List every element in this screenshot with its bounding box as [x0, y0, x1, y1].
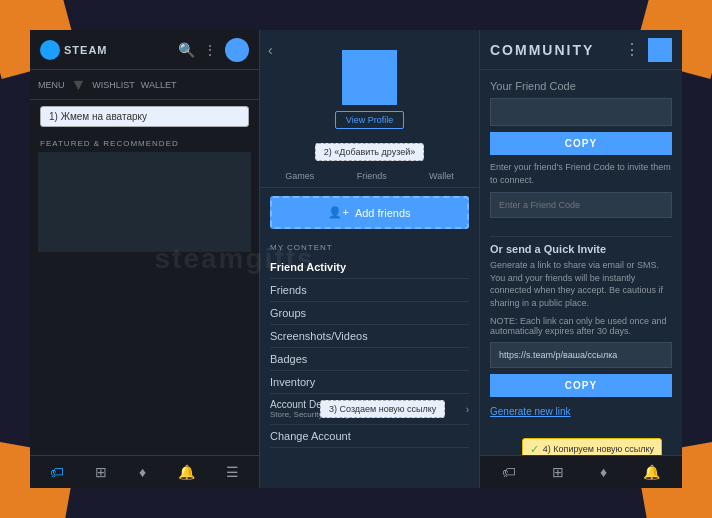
bell-icon[interactable]: 🔔: [178, 464, 195, 480]
copy-code-button[interactable]: COPY: [490, 132, 672, 155]
menu-item-friends[interactable]: Friends: [270, 279, 469, 302]
community-header: COMMUNITY ⋮: [480, 30, 682, 70]
step2-annotation: 2) «Добавить друзей»: [315, 143, 425, 161]
comm-bell-icon[interactable]: 🔔: [643, 464, 660, 480]
view-profile-button[interactable]: View Profile: [335, 111, 404, 129]
link-area: [490, 342, 672, 368]
avatar[interactable]: [225, 38, 249, 62]
copy-link-button[interactable]: COPY: [490, 374, 672, 397]
steam-header: STEAM 🔍 ⋮: [30, 30, 259, 70]
tag-icon[interactable]: 🏷: [50, 464, 64, 480]
left-bottom-nav: 🏷 ⊞ ♦ 🔔 ☰: [30, 455, 259, 488]
tab-wallet[interactable]: Wallet: [429, 171, 454, 181]
friend-code-input[interactable]: [490, 98, 672, 126]
header-icons: 🔍 ⋮: [178, 38, 249, 62]
right-panel: COMMUNITY ⋮ Your Friend Code COPY Enter …: [480, 30, 682, 488]
menu-item-inventory[interactable]: Inventory: [270, 371, 469, 394]
comm-gem-icon[interactable]: ♦: [600, 464, 607, 480]
community-title: COMMUNITY: [490, 42, 594, 58]
grid-icon[interactable]: ⊞: [95, 464, 107, 480]
nav-bar: MENU ▼ WISHLIST WALLET: [30, 70, 259, 100]
menu-dots-icon[interactable]: ⋮: [203, 42, 217, 58]
left-panel: STEAM 🔍 ⋮ MENU ▼ WISHLIST WALLET 1) Жмем…: [30, 30, 260, 488]
menu-item-screenshots[interactable]: Screenshots/Videos: [270, 325, 469, 348]
steam-icon: [40, 40, 60, 60]
menu-icon[interactable]: ☰: [226, 464, 239, 480]
steam-logo: STEAM: [40, 40, 108, 60]
quick-invite-title: Or send a Quick Invite: [490, 243, 672, 255]
gem-icon[interactable]: ♦: [139, 464, 146, 480]
divider: [490, 236, 672, 237]
nav-menu[interactable]: MENU: [38, 80, 65, 90]
menu-item-change-account[interactable]: Change Account: [270, 425, 469, 448]
step4-text: 4) Копируем новую ссылку: [543, 444, 654, 454]
tab-games[interactable]: Games: [285, 171, 314, 181]
community-menu-icon[interactable]: ⋮: [624, 40, 640, 59]
nav-divider: ▼: [71, 76, 87, 94]
link-url-input[interactable]: [490, 342, 672, 368]
profile-section: View Profile: [260, 30, 479, 139]
main-container: STEAM 🔍 ⋮ MENU ▼ WISHLIST WALLET 1) Жмем…: [30, 30, 682, 488]
community-content: Your Friend Code COPY Enter your friend'…: [480, 70, 682, 455]
middle-panel: ‹ View Profile 2) «Добавить друзей» Game…: [260, 30, 480, 488]
friend-code-label: Your Friend Code: [490, 80, 672, 92]
profile-avatar: [342, 50, 397, 105]
step4-annotation: ✓ 4) Копируем новую ссылку: [522, 438, 662, 455]
comm-grid-icon[interactable]: ⊞: [552, 464, 564, 480]
menu-item-groups[interactable]: Groups: [270, 302, 469, 325]
my-content-section: MY CONTENT Friend Activity Friends Group…: [260, 237, 479, 454]
invite-description: Enter your friend's Friend Code to invit…: [490, 161, 672, 186]
generate-link-button[interactable]: Generate new link: [490, 406, 571, 417]
add-friends-button[interactable]: 👤+ Add friends: [270, 196, 469, 229]
nav-wallet[interactable]: WALLET: [141, 80, 177, 90]
quick-invite-description: Generate a link to share via email or SM…: [490, 259, 672, 309]
featured-content: [38, 152, 251, 252]
community-avatar: [648, 38, 672, 62]
step1-annotation: 1) Жмем на аватарку: [40, 106, 249, 127]
comm-tag-icon[interactable]: 🏷: [502, 464, 516, 480]
menu-item-badges[interactable]: Badges: [270, 348, 469, 371]
steam-text: STEAM: [64, 44, 108, 56]
nav-wishlist[interactable]: WISHLIST: [92, 80, 135, 90]
add-friends-label: Add friends: [355, 207, 411, 219]
note-text: NOTE: Each link can only be used once an…: [490, 316, 672, 336]
menu-item-friend-activity[interactable]: Friend Activity: [270, 256, 469, 279]
friend-code-section: Your Friend Code COPY Enter your friend'…: [490, 80, 672, 226]
search-icon[interactable]: 🔍: [178, 42, 195, 58]
arrow-right-icon: ›: [466, 404, 469, 415]
check-icon: ✓: [530, 443, 539, 455]
step3-annotation: 3) Создаем новую ссылку: [320, 400, 445, 418]
add-friend-icon: 👤+: [328, 206, 348, 219]
tab-friends[interactable]: Friends: [357, 171, 387, 181]
enter-friend-code-input[interactable]: [490, 192, 672, 218]
back-arrow-icon[interactable]: ‹: [268, 42, 273, 58]
quick-invite-section: Or send a Quick Invite Generate a link t…: [490, 243, 672, 418]
profile-tabs: Games Friends Wallet: [260, 165, 479, 188]
featured-label: FEATURED & RECOMMENDED: [30, 133, 259, 152]
my-content-label: MY CONTENT: [270, 243, 469, 252]
community-bottom-nav: 🏷 ⊞ ♦ 🔔: [480, 455, 682, 488]
